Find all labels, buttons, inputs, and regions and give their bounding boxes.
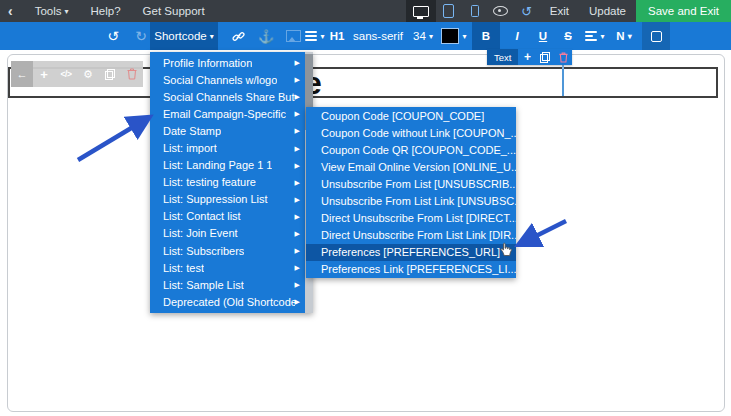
delete-block-button[interactable] xyxy=(554,49,572,65)
heading-level-button[interactable]: H1 xyxy=(324,22,350,50)
mobile-preview-button[interactable] xyxy=(462,0,488,22)
shortcode-dropdown-button[interactable]: Shortcode▾ xyxy=(150,22,218,50)
submenu-arrow-icon: ▶ xyxy=(295,247,300,254)
text-color-picker[interactable]: ▾ xyxy=(440,22,468,50)
menu-item-list-landing-page[interactable]: List: Landing Page 1 1▶ xyxy=(150,157,305,174)
column-boundary-line xyxy=(562,69,564,96)
copy-icon xyxy=(105,69,115,80)
email-editor-window: ‹ Tools▾ Help? Get Support ↺ Exit Update… xyxy=(0,0,731,416)
exit-button[interactable]: Exit xyxy=(540,0,579,22)
undo-button[interactable]: ↺ xyxy=(100,22,126,50)
align-left-icon xyxy=(585,31,597,41)
desktop-preview-button[interactable] xyxy=(406,0,436,22)
move-button[interactable]: + xyxy=(33,61,55,87)
submenu-arrow-icon: ▶ xyxy=(295,196,300,203)
submenu-arrow-icon: ▶ xyxy=(295,213,300,220)
get-support-link[interactable]: Get Support xyxy=(143,5,205,17)
menu-item-list-import[interactable]: List: import▶ xyxy=(150,139,305,156)
duplicate-block-button[interactable] xyxy=(536,49,554,65)
caret-down-icon: ▾ xyxy=(65,7,69,16)
history-icon: ↺ xyxy=(521,4,532,19)
delete-button[interactable] xyxy=(121,61,143,87)
link-icon xyxy=(232,30,245,43)
text-block-mini-toolbar: Text + xyxy=(487,49,572,65)
settings-button[interactable]: ⚙ xyxy=(77,61,99,87)
top-menu-bar: ‹ Tools▾ Help? Get Support ↺ Exit Update… xyxy=(0,0,731,22)
phone-icon xyxy=(471,5,479,17)
submenu-arrow-icon: ▶ xyxy=(295,230,300,237)
preview-button[interactable] xyxy=(488,0,514,22)
copy-icon xyxy=(540,52,550,63)
tablet-icon xyxy=(443,4,454,18)
menu-item-list-join-event[interactable]: List: Join Event▶ xyxy=(150,225,305,242)
strikethrough-button[interactable]: S xyxy=(556,22,580,50)
bold-button[interactable]: B xyxy=(472,22,500,50)
caret-down-icon: ▾ xyxy=(600,32,604,41)
submenu-item-preferences[interactable]: Preferences [PREFERENCES_URL] xyxy=(306,244,516,261)
underline-button[interactable]: U xyxy=(530,22,556,50)
menu-item-deprecated-old-shortcodes[interactable]: Deprecated (Old Shortcodes)▶ xyxy=(150,293,305,310)
submenu-arrow-icon: ▶ xyxy=(295,93,300,100)
menu-item-date-stamp[interactable]: Date Stamp▶ xyxy=(150,122,305,139)
menu-item-social-channels-logo[interactable]: Social Channels w/logo▶ xyxy=(150,71,305,88)
chevron-left-icon[interactable]: ‹ xyxy=(8,1,13,21)
tablet-preview-button[interactable] xyxy=(436,0,462,22)
back-button[interactable]: ← xyxy=(11,61,33,87)
move-block-button[interactable]: + xyxy=(518,49,536,65)
submenu-item-direct-unsubscribe-from-list-link[interactable]: Direct Unsubscribe From List Link [DIR..… xyxy=(306,227,516,244)
menu-item-social-share-buttons[interactable]: Social Channels Share Buttons▶ xyxy=(150,88,305,105)
align-button[interactable]: ▾ xyxy=(580,22,610,50)
trash-icon xyxy=(127,68,137,80)
code-button[interactable]: </> xyxy=(55,61,77,87)
submenu-item-coupon-code-qr[interactable]: Coupon Code QR [COUPON_CODE_... xyxy=(306,141,516,158)
shortcode-menu: Profile Information▶ Social Channels w/l… xyxy=(150,52,313,313)
menu-item-list-subscribers[interactable]: List: Subscribers▶ xyxy=(150,242,305,259)
submenu-arrow-icon: ▶ xyxy=(295,127,300,134)
shortcode-menu-items: Profile Information▶ Social Channels w/l… xyxy=(150,54,305,310)
gear-icon: ⚙ xyxy=(83,68,93,81)
menu-item-email-campaign-specific[interactable]: Email Campaign-Specific▶ xyxy=(150,105,305,122)
menu-item-list-test[interactable]: List: test▶ xyxy=(150,259,305,276)
submenu-item-direct-unsubscribe-from-list[interactable]: Direct Unsubscribe From List [DIRECT... xyxy=(306,210,516,227)
submenu-item-preferences-link[interactable]: Preferences Link [PREFERENCES_LI... xyxy=(306,261,516,278)
font-size-select[interactable]: 34▾ xyxy=(406,22,440,50)
font-family-select[interactable]: sans-serif xyxy=(350,22,406,50)
anchor-icon: ⚓ xyxy=(258,29,274,44)
submenu-arrow-icon: ▶ xyxy=(295,298,300,305)
tools-menu[interactable]: Tools▾ xyxy=(35,5,69,17)
menu-item-list-contact-list[interactable]: List: Contact list▶ xyxy=(150,208,305,225)
italic-button[interactable]: I xyxy=(504,22,530,50)
container-button[interactable] xyxy=(642,22,670,50)
submenu-item-unsubscribe-from-list[interactable]: Unsubscribe From List [UNSUBSCRIB... xyxy=(306,175,516,192)
help-menu[interactable]: Help? xyxy=(91,5,121,17)
update-button[interactable]: Update xyxy=(579,0,636,22)
color-swatch-icon xyxy=(441,28,459,44)
monitor-icon xyxy=(413,6,429,17)
text-direction-button[interactable]: N▾ xyxy=(610,22,638,50)
submenu-item-coupon-code-without-link[interactable]: Coupon Code without Link [COUPON_... xyxy=(306,124,516,141)
menu-item-list-sample-list[interactable]: List: Sample List▶ xyxy=(150,276,305,293)
list-icon xyxy=(305,31,317,41)
menu-item-list-suppression-list[interactable]: List: Suppression List▶ xyxy=(150,191,305,208)
link-button[interactable] xyxy=(224,22,252,50)
square-outline-icon xyxy=(651,31,662,42)
submenu-item-coupon-code[interactable]: Coupon Code [COUPON_CODE] xyxy=(306,107,516,124)
eye-icon xyxy=(493,6,508,16)
submenu-arrow-icon: ▶ xyxy=(295,110,300,117)
caret-down-icon: ▾ xyxy=(429,32,433,41)
block-type-label: Text xyxy=(487,49,518,65)
submenu-arrow-icon: ▶ xyxy=(295,179,300,186)
submenu-arrow-icon: ▶ xyxy=(295,162,300,169)
submenu-arrow-icon: ▶ xyxy=(295,76,300,83)
submenu-item-unsubscribe-from-list-link[interactable]: Unsubscribe From List Link [UNSUBSC... xyxy=(306,192,516,209)
duplicate-button[interactable] xyxy=(99,61,121,87)
save-and-exit-button[interactable]: Save and Exit xyxy=(636,0,731,22)
format-toolbar: ↺ ↻ Shortcode▾ ⚓ ▾ H1 sans-serif 34▾ ▾ B… xyxy=(0,22,731,50)
anchor-button[interactable]: ⚓ xyxy=(252,22,280,50)
history-button[interactable]: ↺ xyxy=(514,0,540,22)
submenu-arrow-icon: ▶ xyxy=(295,281,300,288)
menu-item-profile-information[interactable]: Profile Information▶ xyxy=(150,54,305,71)
email-campaign-specific-submenu: Coupon Code [COUPON_CODE] Coupon Code wi… xyxy=(306,107,516,278)
submenu-item-view-email-online-version[interactable]: View Email Online Version [ONLINE_U... xyxy=(306,158,516,175)
menu-item-list-testing-feature[interactable]: List: testing feature▶ xyxy=(150,174,305,191)
